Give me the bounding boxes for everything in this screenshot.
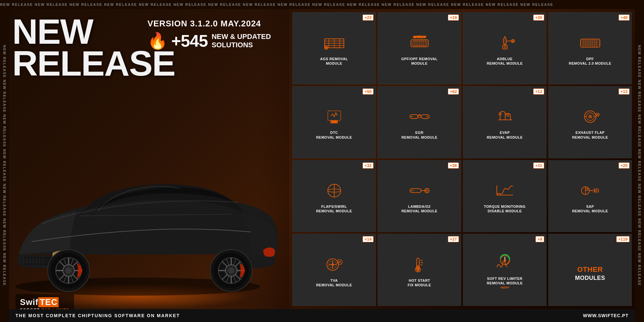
bottom-bar: THE MOST COMPLETE CHIPTUNING SOFTWARE ON… (9, 309, 635, 322)
svg-point-121 (417, 268, 419, 271)
svg-text:N: N (504, 259, 506, 262)
module-lambda[interactable]: +36 LAMBDA/O2REMOVAL MODULE (378, 160, 461, 232)
svg-point-58 (504, 46, 506, 48)
name-hotstart: HOT STARTFIX MODULE (408, 278, 431, 288)
badge-ags: +23 (363, 14, 374, 21)
module-adblue[interactable]: +30 ADBLUEREMOVAL MODULE (463, 12, 546, 84)
badge-tva: +14 (363, 236, 374, 242)
module-evap[interactable]: +12 EVAPREMOVAL MODULE (463, 86, 546, 158)
name-lambda: LAMBDA/O2REMOVAL MODULE (402, 204, 438, 214)
module-grid: +23 AGS REMOVALMODULE +19 GPF/OPF GPF/OP… (289, 9, 635, 322)
module-dpf[interactable]: +49 DPFREMOVAL 2.0 MODULE (548, 12, 632, 84)
module-gpf[interactable]: +19 GPF/OPF GPF/OPF REMOVALMODULE (378, 12, 461, 84)
svg-point-80 (418, 115, 421, 118)
svg-point-23 (65, 267, 72, 274)
name-adblue: ADBLUEREMOVAL MODULE (487, 57, 523, 66)
icon-adblue (494, 32, 516, 54)
badge-egr: +62 (448, 88, 459, 95)
module-dtc[interactable]: +50 DTC DTCREMOVAL MODULE (292, 86, 376, 158)
svg-point-84 (499, 113, 501, 115)
side-banner-left: NEW RELEASE NEW RELEASE NEW RELEASE NEW … (0, 9, 9, 322)
svg-point-100 (426, 190, 428, 192)
icon-dpf (579, 32, 601, 54)
svg-text:DTC: DTC (332, 121, 336, 123)
module-other[interactable]: +119 OTHER MODULES (548, 234, 632, 306)
name-ags: AGS REMOVALMODULE (320, 57, 348, 66)
module-exhaust[interactable]: +13 EXHAUST FLAPREMOVAL MODULE (548, 86, 632, 158)
badge-hotstart: +27 (448, 236, 459, 242)
icon-lambda (408, 179, 431, 202)
bottom-tagline: THE MOST COMPLETE CHIPTUNING SOFTWARE ON… (15, 313, 180, 318)
module-sap[interactable]: +20 SAPREMOVAL MODULE (548, 160, 632, 232)
badge-torque: +31 (533, 162, 544, 169)
name-tva: TVAREMOVAL MODULE (316, 278, 352, 288)
svg-point-85 (507, 114, 509, 117)
badge-other: +119 (616, 236, 630, 242)
svg-point-114 (331, 263, 334, 266)
module-hotstart[interactable]: +27 HOT STARTFIX MODULE (378, 234, 461, 306)
icon-sap (579, 179, 601, 202)
svg-point-88 (589, 115, 592, 118)
solutions-row: 🔥 +545 NEW & UPDATEDSOLUTIONS (147, 31, 271, 51)
name-softrev: SOFT REV LIMITERREMOVAL MODULE (487, 276, 523, 286)
bottom-website: WWW.SWIFTEC.PT (583, 313, 629, 318)
badge-flaps: +32 (363, 162, 374, 169)
new-star-softrev: *NEW* (500, 286, 509, 289)
top-banner-text: NEW RELEASE NEW RELEASE NEW RELEASE NEW … (0, 3, 554, 6)
icon-tva (323, 253, 346, 276)
icon-evap (494, 105, 516, 128)
module-tva[interactable]: +14 TVAREMOVAL MODULE (292, 234, 376, 306)
module-torque[interactable]: +31 TORQUE MONITORINGDISABLE MODULE (463, 160, 546, 232)
name-exhaust: EXHAUST FLAPREMOVAL MODULE (572, 130, 608, 140)
icon-flaps (323, 179, 346, 202)
name-flaps: FLAPS/SWIRLREMOVAL MODULE (316, 204, 352, 214)
badge-exhaust: +13 (619, 88, 630, 95)
other-main-label: OTHER (575, 265, 605, 274)
name-other-wrapper: OTHER MODULES (575, 259, 605, 282)
icon-exhaust (579, 105, 601, 128)
icon-ags (323, 32, 346, 54)
badge-adblue: +30 (533, 14, 544, 21)
other-sub-label: MODULES (575, 274, 605, 282)
name-gpf: GPF/OPF REMOVALMODULE (401, 57, 438, 66)
flame-icon: 🔥 (147, 32, 167, 50)
svg-rect-48 (412, 41, 427, 45)
module-egr[interactable]: +62 EGRREMOVAL MODULE (378, 86, 461, 158)
left-section: VERSION 3.1.2.0 MAY.2024 🔥 +545 NEW & UP… (9, 9, 289, 322)
icon-torque (494, 179, 516, 202)
module-flaps[interactable]: +32 FLAPS/SWIRLREMOVAL MODULE (292, 160, 376, 232)
count-label: +545 (171, 31, 208, 51)
name-torque: TORQUE MONITORINGDISABLE MODULE (484, 204, 526, 214)
name-evap: EVAPREMOVAL MODULE (487, 130, 523, 140)
icon-dtc: DTC (323, 105, 346, 128)
version-area: VERSION 3.1.2.0 MAY.2024 🔥 +545 NEW & UP… (147, 19, 271, 51)
svg-text:GPF/OPF: GPF/OPF (413, 35, 426, 38)
car-svg (0, 110, 289, 303)
badge-softrev: +8 (535, 236, 544, 242)
icon-gpf: GPF/OPF (408, 32, 431, 54)
svg-rect-75 (328, 111, 341, 121)
badge-sap: +20 (619, 162, 630, 169)
module-ags[interactable]: +23 AGS REMOVALMODULE (292, 12, 376, 84)
icon-softrev: N (494, 251, 516, 274)
top-banner: NEW RELEASE NEW RELEASE NEW RELEASE NEW … (0, 0, 644, 9)
swift-logo: Swif TEC (20, 297, 70, 307)
badge-dpf: +49 (619, 14, 630, 21)
name-dtc: DTCREMOVAL MODULE (316, 130, 352, 140)
car-area (0, 110, 289, 303)
icon-egr (408, 105, 431, 128)
side-banner-right: NEW RELEASE NEW RELEASE NEW RELEASE NEW … (635, 9, 644, 322)
badge-evap: +12 (533, 88, 544, 95)
side-banner-right-text: NEW RELEASE NEW RELEASE NEW RELEASE NEW … (638, 45, 641, 286)
swift-text: Swif (20, 297, 38, 307)
side-banner-left-text: NEW RELEASE NEW RELEASE NEW RELEASE NEW … (3, 45, 6, 286)
new-updated-label: NEW & UPDATEDSOLUTIONS (212, 32, 271, 50)
badge-gpf: +19 (448, 14, 459, 21)
svg-point-34 (228, 267, 234, 274)
icon-hotstart (408, 253, 431, 276)
main-content: VERSION 3.1.2.0 MAY.2024 🔥 +545 NEW & UP… (9, 9, 635, 322)
module-softrev[interactable]: +8 N SOFT REV LIMITERREMOVAL MODULE *NEW… (463, 234, 546, 306)
tec-text: TEC (38, 297, 59, 307)
badge-dtc: +50 (363, 88, 374, 95)
badge-lambda: +36 (448, 162, 459, 169)
